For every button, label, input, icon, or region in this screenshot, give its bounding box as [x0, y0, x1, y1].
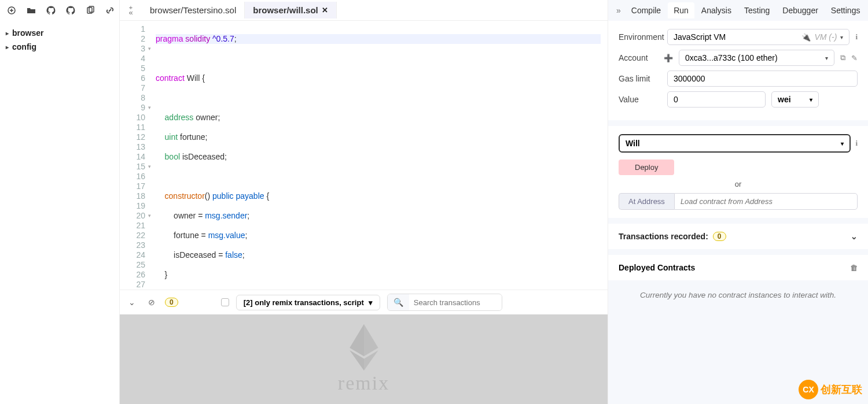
tab-compile[interactable]: Compile: [626, 2, 667, 18]
account-select[interactable]: 0xca3...a733c (100 ether)▾: [679, 50, 834, 66]
tab-scroll-add-button[interactable]: +«: [120, 5, 142, 16]
tab-settings[interactable]: Settings: [825, 2, 866, 18]
listen-checkbox[interactable]: [221, 298, 229, 306]
watermark: CX创新互联: [799, 380, 862, 399]
tab-testing[interactable]: Testing: [738, 2, 775, 18]
folder-icon[interactable]: [27, 6, 36, 17]
copy-icon[interactable]: ⧉: [840, 53, 845, 62]
value-unit-select[interactable]: wei▾: [771, 91, 819, 108]
transactions-recorded-header[interactable]: Transactions recorded:0 ⌄: [608, 224, 868, 249]
edit-icon[interactable]: ✎: [851, 54, 858, 62]
tab-testersino[interactable]: browser/Testersino.sol: [142, 2, 245, 18]
tab-analysis[interactable]: Analysis: [696, 2, 737, 18]
at-address-input[interactable]: [674, 193, 858, 210]
environment-select[interactable]: JavaScript VM 🔌 VM (-) ▾: [667, 29, 849, 45]
expand-icon[interactable]: »: [613, 6, 624, 15]
deployed-contracts-header: Deployed Contracts 🗑: [608, 255, 868, 280]
value-input[interactable]: [667, 91, 766, 108]
side-panel-tabs: » Compile Run Analysis Testing Debugger …: [608, 0, 868, 21]
gas-limit-label: Gas limit: [619, 74, 661, 83]
code-editor[interactable]: 1234567891011121314151617181920212223242…: [120, 21, 608, 290]
deployed-contracts-empty: Currently you have no contract instances…: [608, 280, 868, 310]
tree-item-browser[interactable]: browser: [5, 26, 115, 40]
at-address-button[interactable]: At Address: [619, 193, 674, 210]
code-content[interactable]: pragma solidity ^0.5.7; contract Will { …: [149, 21, 608, 290]
chevron-down-icon[interactable]: ⌄: [126, 296, 138, 309]
file-explorer-panel: browser config: [0, 0, 120, 404]
tab-will[interactable]: browser/will.sol✕: [245, 2, 337, 18]
terminal-output[interactable]: remix: [120, 314, 608, 404]
account-label: Account: [619, 53, 661, 62]
github-icon[interactable]: [46, 6, 56, 17]
pending-tx-badge: 0: [165, 298, 178, 307]
search-icon[interactable]: 🔍: [388, 294, 409, 310]
chevron-down-icon[interactable]: ⌄: [851, 232, 858, 241]
editor-tabs: +« browser/Testersino.sol browser/will.s…: [120, 0, 608, 21]
side-panel: » Compile Run Analysis Testing Debugger …: [608, 0, 868, 404]
info-icon[interactable]: i: [855, 32, 858, 42]
tab-run[interactable]: Run: [668, 2, 694, 18]
plug-icon: 🔌: [801, 33, 811, 42]
clear-icon[interactable]: ⊘: [145, 296, 158, 309]
console-panel: ⌄ ⊘ 0 [2] only remix transactions, scrip…: [120, 290, 608, 404]
add-account-icon[interactable]: ➕: [664, 54, 673, 62]
line-gutter: 1234567891011121314151617181920212223242…: [120, 21, 149, 290]
tree-item-config[interactable]: config: [5, 40, 115, 54]
or-label: or: [619, 180, 858, 188]
trash-icon[interactable]: 🗑: [850, 264, 858, 272]
link-icon[interactable]: [105, 6, 115, 17]
value-label: Value: [619, 95, 661, 104]
contract-select[interactable]: Will▾: [619, 134, 851, 153]
file-explorer-toolbar: [0, 0, 119, 23]
environment-label: Environment: [619, 32, 661, 42]
deploy-button[interactable]: Deploy: [619, 160, 674, 175]
tx-filter-dropdown[interactable]: [2] only remix transactions, script▾: [236, 295, 380, 310]
copy-icon[interactable]: [86, 6, 95, 17]
close-icon[interactable]: ✕: [322, 6, 328, 14]
tab-debugger[interactable]: Debugger: [777, 2, 824, 18]
search-input[interactable]: [409, 295, 502, 310]
github-icon[interactable]: [66, 6, 75, 17]
new-file-icon[interactable]: [7, 6, 16, 17]
gas-limit-input[interactable]: [667, 71, 858, 87]
remix-logo: remix: [338, 324, 389, 394]
info-icon[interactable]: i: [855, 139, 858, 148]
